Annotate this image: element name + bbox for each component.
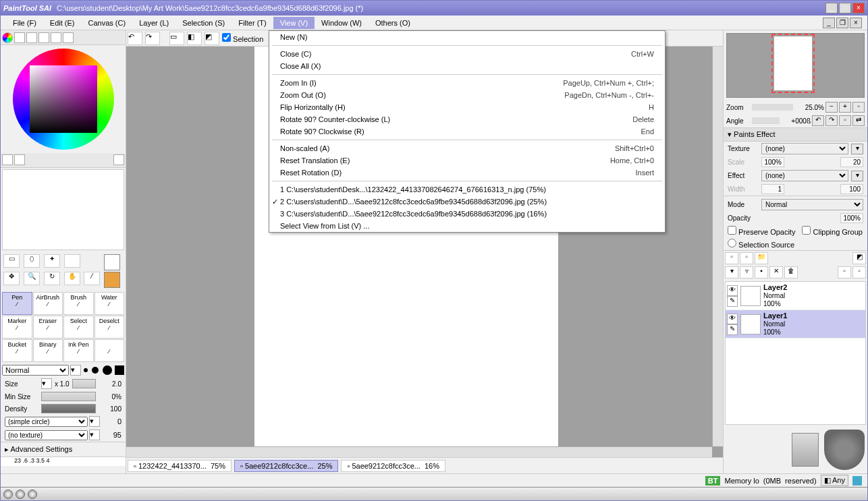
invert-sel-button[interactable]: ◧: [187, 32, 202, 45]
menu-view[interactable]: View (V): [273, 17, 315, 29]
selection-checkbox[interactable]: Selection: [222, 33, 263, 43]
clear-layer-button[interactable]: ✕: [769, 266, 783, 278]
doc-restore-button[interactable]: ❐: [836, 18, 848, 28]
brush-bucket[interactable]: Bucket⁄: [2, 339, 32, 362]
deselect-button[interactable]: ▭: [169, 32, 184, 45]
eyedropper-icon[interactable]: ⁄: [84, 272, 100, 285]
clipping-group-checkbox[interactable]: Clipping Group: [802, 226, 862, 236]
menu-filter[interactable]: Filter (T): [232, 17, 273, 29]
density-slider[interactable]: [41, 404, 96, 413]
magic-wand-icon[interactable]: ✦: [44, 254, 60, 268]
scratchpad-icon[interactable]: [63, 32, 74, 43]
undo-button[interactable]: ↶: [128, 32, 142, 45]
bg-swatch[interactable]: [104, 272, 120, 288]
tool-blank-1[interactable]: [64, 254, 80, 268]
menu-item[interactable]: Close (C)Ctrl+W: [269, 48, 665, 60]
brush-eraser[interactable]: Eraser⁄: [33, 316, 63, 338]
menu-item[interactable]: Non-scaled (A)Shift+Ctrl+0: [269, 142, 665, 154]
minsize-slider[interactable]: [41, 392, 96, 401]
menu-item[interactable]: 3 C:\users\student\D...\5aee9212c8fcc3ce…: [269, 208, 665, 220]
lasso-icon[interactable]: ⬯: [24, 254, 40, 268]
merge-down-button[interactable]: ▿: [740, 266, 753, 278]
menu-item[interactable]: New (N): [269, 31, 665, 43]
angle-slider[interactable]: [752, 117, 780, 124]
rotate-icon[interactable]: ↻: [44, 272, 60, 285]
brush-texture-select[interactable]: (no texture): [5, 430, 88, 440]
doc-tab[interactable]: ▫ 5aee9212c8fcc3ce...16%: [341, 460, 445, 472]
maximize-button[interactable]: □: [839, 3, 851, 13]
texture-opts-icon[interactable]: ▾: [89, 430, 100, 440]
new-layer-button[interactable]: ▫: [725, 252, 738, 264]
blend-opts-icon[interactable]: ▾: [70, 365, 81, 376]
new-linework-button[interactable]: ▫: [740, 252, 753, 264]
rect-select-icon[interactable]: ▭: [3, 254, 20, 268]
menu-item[interactable]: Select View from List (V) ...: [269, 220, 665, 232]
corner-icon[interactable]: [852, 476, 862, 485]
doc-minimize-button[interactable]: _: [823, 18, 835, 28]
close-button[interactable]: ×: [852, 3, 865, 13]
visibility-icon[interactable]: 👁: [727, 285, 738, 296]
doc-tab[interactable]: ▫ 5aee9212c8fcc3ce...25%: [234, 460, 339, 472]
menu-item[interactable]: Close All (X): [269, 60, 665, 72]
task-orb-2[interactable]: [16, 490, 25, 499]
palette-area[interactable]: [2, 169, 124, 250]
brush-tip-4-icon[interactable]: [115, 365, 124, 375]
layer-row[interactable]: 👁✎Layer1Normal100%: [726, 310, 865, 338]
brush-pen[interactable]: Pen⁄: [2, 292, 32, 315]
color-wheel[interactable]: [1, 45, 126, 153]
menu-item[interactable]: Zoom In (I)PageUp, Ctrl+Num +, Ctrl+;: [269, 77, 665, 89]
layer-row[interactable]: 👁✎Layer2Normal100%: [726, 282, 865, 310]
brush-empty[interactable]: ⁄: [94, 339, 125, 362]
size-opts-icon[interactable]: ▾: [41, 378, 52, 389]
edit-icon[interactable]: ✎: [727, 296, 738, 307]
brush-tip-3-icon[interactable]: [103, 365, 112, 375]
brush-binary[interactable]: Binary⁄: [33, 339, 63, 362]
brush-deselct[interactable]: Deselct⁄: [94, 316, 125, 338]
brush-marker[interactable]: Marker⁄: [2, 316, 32, 338]
doc-close-button[interactable]: ×: [850, 18, 862, 28]
trash-icon[interactable]: [824, 430, 865, 470]
palette-menu-icon[interactable]: [113, 154, 124, 165]
effect-menu-icon[interactable]: ▾: [851, 171, 863, 181]
show-sel-button[interactable]: ◩: [205, 32, 219, 45]
advanced-settings-toggle[interactable]: ▸ Advanced Settings: [1, 442, 126, 456]
zoom-in-button[interactable]: +: [839, 102, 851, 113]
swatches-icon[interactable]: [51, 32, 61, 43]
paints-effect-header[interactable]: ▾ Paints Effect: [724, 127, 867, 142]
menu-item[interactable]: Zoom Out (O)PageDn, Ctrl+Num -, Ctrl+-: [269, 89, 665, 101]
layer-opts-2-button[interactable]: ▫: [852, 266, 866, 278]
transfer-down-button[interactable]: ▾: [725, 266, 738, 278]
zoom-slider[interactable]: [752, 104, 793, 111]
shape-opts-icon[interactable]: ▾: [89, 416, 100, 427]
effect-select[interactable]: (none): [761, 170, 848, 181]
layer-mode-select[interactable]: Normal: [761, 199, 863, 210]
fg-swatch[interactable]: [104, 254, 120, 270]
rgb-slider-icon[interactable]: [14, 32, 25, 43]
palette-tab-2-icon[interactable]: [14, 154, 25, 165]
size-slider[interactable]: [72, 379, 96, 388]
scrollbar-vertical[interactable]: [712, 47, 723, 446]
preserve-opacity-checkbox[interactable]: Preserve Opacity: [728, 226, 795, 236]
menu-item[interactable]: 2 C:\users\student\D...\5aee9212c8fcc3ce…: [269, 196, 665, 208]
menu-others[interactable]: Others (O): [369, 17, 417, 29]
zoom-icon[interactable]: 🔍: [24, 272, 40, 285]
menu-file[interactable]: File (F): [6, 17, 43, 29]
rotate-cw-button[interactable]: ↷: [825, 115, 838, 126]
brush-select[interactable]: Select⁄: [63, 316, 94, 338]
menu-item[interactable]: Reset Translation (E)Home, Ctrl+0: [269, 154, 665, 167]
menu-canvas[interactable]: Canvas (C): [82, 17, 133, 29]
visibility-icon[interactable]: 👁: [727, 314, 738, 324]
brush-tip-2-icon[interactable]: [92, 367, 99, 374]
brush-shape-select[interactable]: (simple circle): [5, 417, 88, 427]
brush-water[interactable]: Water⁄: [94, 292, 125, 315]
delete-layer-button[interactable]: 🗑: [784, 266, 798, 278]
color-wheel-icon[interactable]: [2, 32, 13, 43]
palette-tab-1-icon[interactable]: [2, 154, 13, 165]
flip-button[interactable]: ⇄: [852, 115, 865, 126]
menu-item[interactable]: Rotate 90? Counter-clockwise (L)Delete: [269, 113, 665, 125]
doc-tab[interactable]: ▫ 1232422_4413370...75%: [128, 460, 232, 472]
zoom-reset-button[interactable]: ▫: [852, 102, 865, 113]
menu-item[interactable]: Reset Rotation (D)Insert: [269, 167, 665, 179]
texture-select[interactable]: (none): [761, 143, 848, 154]
navigator-preview[interactable]: [726, 33, 865, 98]
